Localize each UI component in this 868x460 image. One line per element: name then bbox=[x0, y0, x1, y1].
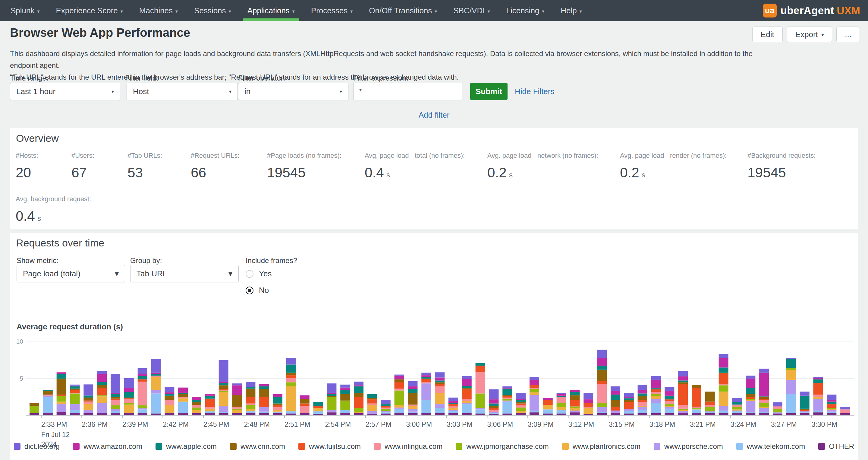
bar-segment-www-porsche-com[interactable] bbox=[678, 411, 688, 413]
bar-segment-www-plantronics-com[interactable] bbox=[827, 409, 836, 410]
legend-item-other[interactable]: OTHER bbox=[818, 442, 854, 451]
bar-segment-www-plantronics-com[interactable] bbox=[719, 392, 728, 406]
bar-2-41-pm[interactable] bbox=[151, 359, 161, 415]
bar-segment-www-cnn-com[interactable] bbox=[638, 396, 647, 400]
bar-segment-dict-leo-org[interactable] bbox=[138, 368, 147, 374]
bar-2-49-pm[interactable] bbox=[259, 384, 269, 415]
bar-segment-www-inlingua-com[interactable] bbox=[232, 407, 242, 409]
bar-segment-www-fujitsu-com[interactable] bbox=[705, 401, 715, 405]
bar-segment-www-plantronics-com[interactable] bbox=[395, 405, 404, 408]
bar-segment-www-amazon-com[interactable] bbox=[408, 386, 417, 389]
bar-segment-www-telekom-com[interactable] bbox=[475, 409, 485, 413]
bar-segment-other[interactable] bbox=[475, 413, 485, 415]
bar-segment-www-jpmorganchase-com[interactable] bbox=[219, 391, 228, 392]
bar-segment-www-porsche-com[interactable] bbox=[759, 408, 769, 412]
bar-segment-www-apple-com[interactable] bbox=[138, 376, 147, 379]
bar-segment-www-inlingua-com[interactable] bbox=[719, 384, 728, 385]
bar-segment-www-jpmorganchase-com[interactable] bbox=[530, 389, 539, 393]
bar-segment-www-fujitsu-com[interactable] bbox=[530, 385, 539, 388]
bar-segment-www-inlingua-com[interactable] bbox=[84, 401, 93, 404]
bar-segment-www-amazon-com[interactable] bbox=[746, 379, 755, 388]
bar-segment-www-amazon-com[interactable] bbox=[219, 381, 228, 383]
bar-segment-www-plantronics-com[interactable] bbox=[178, 398, 188, 401]
bar-segment-www-apple-com[interactable] bbox=[219, 383, 228, 385]
bar-segment-www-amazon-com[interactable] bbox=[327, 393, 336, 394]
nav-item-help[interactable]: Help▾ bbox=[553, 0, 590, 21]
bar-segment-other[interactable] bbox=[286, 413, 296, 415]
bar-segment-dict-leo-org[interactable] bbox=[516, 393, 526, 399]
bar-segment-www-telekom-com[interactable] bbox=[543, 409, 553, 413]
bar-segment-other[interactable] bbox=[151, 413, 161, 415]
bar-segment-www-inlingua-com[interactable] bbox=[408, 404, 417, 406]
bar-segment-www-plantronics-com[interactable] bbox=[97, 396, 107, 403]
bar-segment-www-porsche-com[interactable] bbox=[719, 406, 728, 410]
bar-segment-www-telekom-com[interactable] bbox=[462, 404, 472, 413]
bar-segment-www-apple-com[interactable] bbox=[786, 359, 796, 368]
bar-segment-www-apple-com[interactable] bbox=[57, 374, 66, 379]
bar-2-51-pm[interactable] bbox=[286, 358, 296, 415]
bar-segment-www-fujitsu-com[interactable] bbox=[746, 397, 755, 399]
bar-segment-www-plantronics-com[interactable] bbox=[124, 404, 134, 413]
bar-segment-www-porsche-com[interactable] bbox=[381, 411, 391, 412]
bar-segment-www-porsche-com[interactable] bbox=[367, 411, 377, 414]
bar-segment-www-fujitsu-com[interactable] bbox=[584, 403, 593, 407]
bar-segment-www-jpmorganchase-com[interactable] bbox=[246, 405, 255, 409]
bar-segment-www-porsche-com[interactable] bbox=[70, 404, 80, 410]
bar-segment-www-jpmorganchase-com[interactable] bbox=[557, 403, 566, 407]
bar-segment-www-plantronics-com[interactable] bbox=[462, 401, 472, 403]
bar-segment-www-fujitsu-com[interactable] bbox=[300, 404, 310, 406]
bar-segment-www-telekom-com[interactable] bbox=[259, 412, 269, 413]
bar-segment-www-porsche-com[interactable] bbox=[57, 404, 66, 412]
filter-field-select[interactable]: Host ▾ bbox=[127, 83, 238, 100]
bar-segment-other[interactable] bbox=[97, 413, 107, 415]
bar-segment-www-jpmorganchase-com[interactable] bbox=[111, 405, 120, 409]
bar-segment-www-plantronics-com[interactable] bbox=[557, 407, 566, 410]
bar-segment-other[interactable] bbox=[138, 413, 147, 415]
bar-segment-www-apple-com[interactable] bbox=[570, 392, 580, 396]
bar-segment-www-plantronics-com[interactable] bbox=[84, 404, 93, 410]
bar-segment-www-jpmorganchase-com[interactable] bbox=[759, 403, 769, 407]
bar-segment-www-telekom-com[interactable] bbox=[502, 401, 512, 413]
bar-segment-www-telekom-com[interactable] bbox=[786, 394, 796, 413]
bar-segment-www-cnn-com[interactable] bbox=[259, 389, 269, 397]
bar-segment-www-cnn-com[interactable] bbox=[84, 398, 93, 401]
nav-item-licensing[interactable]: Licensing▾ bbox=[498, 0, 553, 21]
bar-segment-www-amazon-com[interactable] bbox=[138, 374, 147, 376]
bar-segment-www-apple-com[interactable] bbox=[43, 390, 53, 391]
bar-segment-www-jpmorganchase-com[interactable] bbox=[773, 409, 782, 412]
bar-segment-www-fujitsu-com[interactable] bbox=[651, 390, 661, 392]
bar-segment-dict-leo-org[interactable] bbox=[664, 387, 674, 392]
bar-segment-www-porsche-com[interactable] bbox=[800, 411, 809, 412]
bar-2-47-pm[interactable] bbox=[232, 383, 242, 415]
bar-2-57-pm[interactable] bbox=[367, 394, 377, 415]
bar-segment-other[interactable] bbox=[719, 413, 728, 415]
bar-segment-other[interactable] bbox=[611, 413, 620, 415]
bar-segment-dict-leo-org[interactable] bbox=[557, 393, 566, 394]
bar-segment-www-jpmorganchase-com[interactable] bbox=[97, 396, 107, 397]
bar-2-37-pm[interactable] bbox=[97, 371, 107, 415]
bar-segment-dict-leo-org[interactable] bbox=[651, 376, 661, 380]
bar-segment-www-porsche-com[interactable] bbox=[705, 411, 715, 412]
radio-button-icon[interactable] bbox=[246, 287, 253, 294]
bar-segment-dict-leo-org[interactable] bbox=[219, 360, 228, 381]
bar-segment-www-cnn-com[interactable] bbox=[624, 400, 634, 402]
bar-segment-www-cnn-com[interactable] bbox=[340, 394, 350, 401]
nav-item-on-off-transitions[interactable]: On/Off Transitions▾ bbox=[361, 0, 445, 21]
bar-segment-www-apple-com[interactable] bbox=[448, 403, 458, 404]
nav-item-machines[interactable]: Machines▾ bbox=[131, 0, 186, 21]
hide-filters-link[interactable]: Hide Filters bbox=[515, 87, 554, 96]
bar-segment-www-plantronics-com[interactable] bbox=[164, 405, 174, 413]
bar-3-09-pm[interactable] bbox=[530, 377, 539, 415]
bar-segment-www-fujitsu-com[interactable] bbox=[543, 400, 553, 405]
bar-segment-other[interactable] bbox=[124, 413, 134, 415]
bar-segment-www-plantronics-com[interactable] bbox=[205, 409, 215, 411]
bar-segment-www-plantronics-com[interactable] bbox=[651, 396, 661, 399]
bar-segment-www-amazon-com[interactable] bbox=[664, 391, 674, 396]
bar-segment-www-cnn-com[interactable] bbox=[516, 402, 526, 404]
bar-segment-www-telekom-com[interactable] bbox=[273, 412, 282, 413]
bar-segment-www-inlingua-com[interactable] bbox=[151, 376, 161, 377]
bar-segment-www-cnn-com[interactable] bbox=[759, 397, 769, 399]
bar-segment-www-apple-com[interactable] bbox=[286, 364, 296, 373]
bar-segment-www-telekom-com[interactable] bbox=[381, 412, 391, 413]
bar-segment-www-cnn-com[interactable] bbox=[502, 395, 512, 396]
